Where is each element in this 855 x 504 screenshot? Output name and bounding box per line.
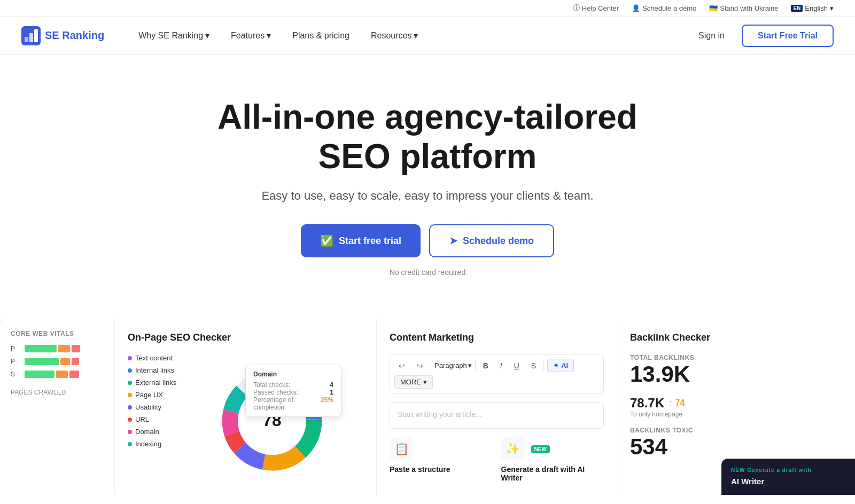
web-vitals-title: CORE WEB VITALS	[11, 330, 104, 337]
paragraph-select[interactable]: Paragraph ▾	[434, 361, 472, 369]
utility-bar: ⓘ Help Center 👤 Schedule a demo 🇺🇦 Stand…	[0, 0, 855, 17]
hero-subtitle: Easy to use, easy to scale, easy to impr…	[261, 189, 593, 203]
seo-checker-title: On-Page SEO Checker	[128, 332, 363, 343]
ukraine-flag-icon: 🇺🇦	[709, 4, 718, 12]
tooltip-total-checks: Total checks: 4	[253, 381, 333, 389]
svg-rect-1	[25, 37, 28, 42]
toolbar-separator	[475, 361, 476, 371]
bar-red	[72, 345, 80, 352]
ai-button[interactable]: ✦ AI	[547, 359, 574, 372]
start-free-trial-button[interactable]: Start Free Trial	[742, 25, 834, 47]
legend-dot	[128, 356, 132, 360]
editor-toolbar: ↩ ↪ Paragraph ▾ B I U S ✦ AI MORE ▾	[390, 354, 604, 393]
help-icon: ⓘ	[573, 3, 580, 13]
nav-plans-pricing[interactable]: Plans & pricing	[284, 27, 358, 45]
hero-title: All-in-one agency-tailored SEO platform	[187, 98, 668, 176]
panels-row: CORE WEB VITALS P P S	[0, 319, 855, 495]
undo-button[interactable]: ↩	[394, 359, 409, 372]
legend-dot	[128, 430, 132, 434]
lang-code: EN	[791, 5, 803, 12]
legend-usability: Usability	[128, 403, 203, 411]
logo-ranking: Ranking	[59, 29, 104, 41]
checkmark-icon: ✅	[320, 234, 333, 247]
strikethrough-button[interactable]: S	[527, 359, 540, 372]
paste-structure-action: 📋 Paste a structure	[390, 437, 493, 482]
nav-resources[interactable]: Resources ▾	[362, 26, 426, 45]
nav-why-se-ranking[interactable]: Why SE Ranking ▾	[130, 26, 218, 45]
new-badge: NEW	[531, 445, 550, 453]
backlink-sub-value: 78.7K	[630, 396, 664, 411]
total-backlinks-stat: TOTAL BACKLINKS 13.9K	[630, 354, 842, 387]
hero-buttons: ✅ Start free trial ➤ Schedule demo	[301, 224, 554, 257]
schedule-demo-hero-button[interactable]: ➤ Schedule demo	[429, 224, 554, 257]
help-center-link[interactable]: ⓘ Help Center	[573, 3, 619, 13]
toolbar-separator	[431, 361, 431, 371]
schedule-demo-link[interactable]: 👤 Schedule a demo	[632, 4, 696, 12]
ukraine-link[interactable]: 🇺🇦 Stand with Ukraine	[709, 4, 778, 12]
ai-writer-card[interactable]: NEW Generate a draft with AI Writer	[721, 459, 855, 495]
legend-domain: Domain	[128, 428, 203, 436]
seo-legend: Text content Internal links External lin…	[128, 354, 203, 448]
bar-orange	[60, 358, 70, 365]
redo-button[interactable]: ↪	[413, 359, 428, 372]
italic-button[interactable]: I	[496, 359, 507, 372]
panel-web-vitals: CORE WEB VITALS P P S	[0, 319, 115, 495]
vitals-bars: P P S	[11, 345, 104, 378]
panel-seo-checker: On-Page SEO Checker Text content Interna…	[115, 319, 377, 495]
editor-area[interactable]: Start writing your article...	[390, 402, 604, 429]
bar-green	[25, 345, 57, 352]
legend-url: URL	[128, 415, 203, 423]
main-nav: SE Ranking Why SE Ranking ▾ Features ▾ P…	[0, 17, 855, 55]
panel-backlink-checker: Backlink Checker TOTAL BACKLINKS 13.9K 7…	[617, 319, 855, 495]
legend-dot	[128, 368, 132, 373]
bar-orange	[58, 345, 70, 352]
backlinks-toxic-label: BACKLINKS TOXIC	[630, 427, 842, 434]
legend-indexing: Indexing	[128, 440, 203, 448]
bold-button[interactable]: B	[479, 359, 493, 372]
logo[interactable]: SE Ranking	[21, 26, 104, 45]
no-cc-text: No credit card required	[390, 268, 465, 277]
panel-content-marketing: Content Marketing ↩ ↪ Paragraph ▾ B I U …	[377, 319, 617, 495]
svg-rect-2	[29, 33, 33, 42]
vital-row: S	[11, 371, 104, 378]
svg-rect-3	[34, 29, 38, 42]
bar-red	[69, 371, 79, 378]
chevron-down-icon: ▾	[267, 30, 271, 41]
nav-links: Why SE Ranking ▾ Features ▾ Plans & pric…	[130, 26, 690, 45]
language-selector[interactable]: EN English ▾	[791, 4, 834, 12]
hero-section: All-in-one agency-tailored SEO platform …	[0, 55, 855, 309]
toolbar-separator	[543, 361, 544, 371]
backlink-note: To only homepage	[630, 411, 842, 418]
tooltip-passed-checks: Passed checks: 1	[253, 389, 333, 396]
chevron-down-icon: ▾	[830, 4, 834, 12]
legend-dot	[128, 405, 132, 410]
sign-in-button[interactable]: Sign in	[690, 27, 733, 45]
start-free-trial-hero-button[interactable]: ✅ Start free trial	[301, 224, 421, 257]
sparkle-icon: ✦	[553, 361, 559, 369]
legend-dot	[128, 381, 132, 385]
backlink-delta: ↑ 74	[669, 398, 685, 408]
donut-chart: Domain Total checks: 4 Passed checks: 1 …	[213, 354, 341, 477]
backlinks-toxic-value: 534	[630, 434, 842, 460]
paste-icon: 📋	[390, 437, 413, 461]
nav-actions: Sign in Start Free Trial	[690, 25, 834, 47]
bar-green	[25, 371, 55, 378]
paste-label: Paste a structure	[390, 465, 450, 474]
legend-page-ux: Page UX	[128, 391, 203, 399]
seo-content: Text content Internal links External lin…	[128, 354, 363, 477]
content-marketing-title: Content Marketing	[390, 332, 604, 343]
more-button[interactable]: MORE ▾	[394, 375, 433, 389]
nav-features[interactable]: Features ▾	[222, 26, 279, 45]
vital-row: P	[11, 345, 104, 352]
underline-button[interactable]: U	[510, 359, 524, 372]
backlink-title: Backlink Checker	[630, 332, 842, 343]
logo-icon	[21, 26, 41, 45]
backlink-sub-stat: 78.7K ↑ 74 To only homepage	[630, 396, 842, 418]
person-icon: 👤	[632, 4, 640, 12]
total-backlinks-value: 13.9K	[630, 361, 842, 387]
legend-dot	[128, 393, 132, 397]
backlinks-toxic-stat: BACKLINKS TOXIC 534	[630, 427, 842, 460]
logo-se: SE	[45, 29, 59, 41]
legend-internal-links: Internal links	[128, 366, 203, 374]
lang-name: English	[805, 4, 828, 12]
